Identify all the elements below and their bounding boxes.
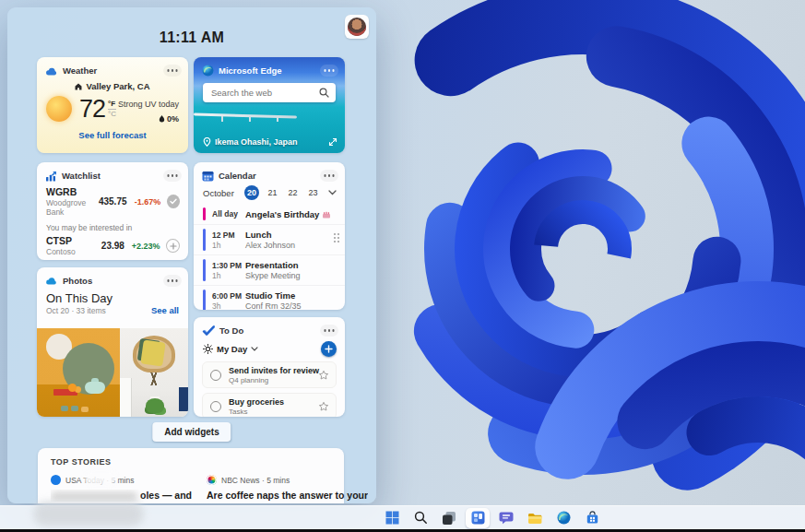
todo-list-selector[interactable]: My Day (217, 344, 247, 354)
widgets-icon (471, 511, 485, 525)
stock-added-check-icon[interactable] (167, 195, 180, 208)
todo-check-icon (202, 325, 215, 336)
unit-toggle[interactable]: °F °C (108, 100, 116, 118)
windows-start-icon (385, 511, 399, 525)
stock-symbol: CTSP (46, 235, 101, 246)
stock-add-plus-icon[interactable] (166, 239, 180, 253)
event-color-bar (203, 259, 206, 281)
add-task-button[interactable] (321, 341, 337, 357)
photo-thumbnail[interactable] (120, 328, 188, 417)
stock-change: +2.23% (124, 242, 160, 251)
photo-thumbnail[interactable] (37, 328, 120, 417)
stock-price: 23.98 (101, 241, 124, 251)
redaction-blur (51, 491, 137, 502)
bridge-photo-detail (194, 113, 297, 119)
widgets-button[interactable] (466, 508, 490, 528)
plus-icon (325, 345, 333, 353)
expand-icon[interactable] (328, 137, 337, 147)
edge-more-options-icon[interactable] (320, 65, 338, 77)
photos-widget[interactable]: Photos On This Day Oct 20 · 33 items See… (37, 267, 188, 417)
todo-widget[interactable]: To Do My Day Se (194, 317, 345, 417)
edge-browser-button[interactable] (551, 508, 575, 528)
nbc-news-icon (207, 475, 217, 485)
unit-fahrenheit[interactable]: °F (108, 100, 116, 110)
edge-search[interactable] (203, 83, 336, 102)
file-explorer-button[interactable] (523, 508, 547, 528)
todo-task[interactable]: Buy groceries Tasks (202, 393, 337, 417)
news-headline: Are coffee naps the answer to your (207, 490, 368, 501)
photos-cloud-icon (45, 276, 58, 286)
weather-widget[interactable]: Weather Valley Park, CA 72 °F °C Strong … (37, 57, 188, 153)
add-widgets-button[interactable]: Add widgets (152, 422, 231, 442)
start-button[interactable] (380, 508, 404, 528)
todo-more-options-icon[interactable] (320, 325, 338, 337)
edge-icon (557, 511, 571, 525)
redaction-blur (84, 470, 117, 486)
chevron-down-icon[interactable] (251, 347, 258, 351)
task-checkbox[interactable] (210, 370, 221, 381)
weather-more-options-icon[interactable] (163, 65, 182, 77)
calendar-widget[interactable]: Calendar October 20 21 22 23 (194, 162, 345, 310)
watchlist-suggestion-label: You may be interested in (37, 217, 188, 234)
task-checkbox[interactable] (210, 401, 221, 412)
weather-condition: Strong UV today 0% (118, 94, 179, 124)
calendar-event[interactable]: 6:00 PM 3h Studio Time Conf Rm 32/35 (194, 285, 345, 310)
watchlist-title: Watchlist (62, 171, 101, 181)
photos-collage[interactable] (37, 328, 188, 417)
widgets-panel: 11:11 AM Weather Valley Park, CA 72 (7, 7, 376, 503)
weather-title: Weather (63, 65, 97, 76)
stock-change: -1.67% (127, 197, 161, 207)
todo-task[interactable]: Send invites for review Q4 planning (202, 361, 337, 388)
calendar-icon (202, 171, 214, 182)
star-icon[interactable] (318, 370, 329, 381)
unit-celsius[interactable]: °C (108, 110, 116, 118)
calendar-date-selected[interactable]: 20 (244, 185, 259, 200)
stock-row-wgrb[interactable]: WGRB Woodgrove Bank 435.75 -1.67% (37, 183, 188, 217)
drag-handle-icon[interactable] (334, 233, 339, 235)
search-icon (319, 88, 329, 98)
calendar-event[interactable]: 1:30 PM 1h Presentation Skype Meeting (194, 254, 345, 285)
watchlist-chart-icon (45, 171, 57, 182)
edge-search-input[interactable] (203, 83, 336, 102)
search-button[interactable] (408, 508, 432, 528)
news-story[interactable]: USA Today · 5 mins oles — and (51, 475, 192, 502)
photos-more-options-icon[interactable] (163, 275, 182, 287)
stock-price: 435.75 (99, 196, 127, 207)
edge-widget[interactable]: Microsoft Edge Ikema Ohashi, Japan (194, 57, 345, 153)
calendar-date[interactable]: 23 (306, 188, 320, 197)
redaction-blur (33, 502, 144, 526)
user-avatar[interactable] (345, 15, 369, 39)
search-icon (414, 511, 428, 525)
usa-today-icon (51, 475, 61, 485)
watchlist-more-options-icon[interactable] (163, 170, 182, 182)
calendar-more-options-icon[interactable] (320, 170, 338, 182)
calendar-event[interactable]: All day Angela's Birthday (194, 204, 345, 224)
file-explorer-icon (527, 512, 542, 525)
calendar-event[interactable]: 12 PM 1h Lunch Alex Johnson (194, 224, 345, 254)
chat-button[interactable] (494, 508, 518, 528)
calendar-date[interactable]: 22 (286, 188, 300, 197)
sun-icon (46, 96, 72, 122)
chevron-down-icon[interactable] (328, 190, 337, 195)
event-color-bar (203, 229, 206, 251)
news-story[interactable]: NBC News · 5 mins Are coffee naps the an… (207, 475, 368, 502)
photos-title: Photos (63, 276, 92, 286)
watchlist-widget[interactable]: Watchlist WGRB Woodgrove Bank 435.75 -1.… (37, 162, 188, 260)
store-icon (586, 511, 599, 525)
calendar-date[interactable]: 21 (266, 188, 279, 197)
top-stories-heading: TOP STORIES (51, 457, 331, 467)
stock-row-ctsp[interactable]: CTSP Contoso 23.98 +2.23% (37, 234, 188, 256)
see-all-link[interactable]: See all (151, 305, 179, 315)
edge-title: Microsoft Edge (219, 65, 282, 76)
photos-heading: On This Day (37, 288, 188, 305)
task-view-icon (442, 511, 456, 526)
stock-name: Woodgrove Bank (46, 198, 99, 217)
wallpaper-bloom (361, 0, 805, 532)
home-icon (75, 83, 82, 90)
edge-photo-caption: Ikema Ohashi, Japan (215, 137, 298, 147)
star-icon[interactable] (318, 401, 329, 412)
microsoft-store-button[interactable] (580, 508, 604, 528)
map-pin-icon (203, 137, 211, 147)
see-full-forecast-link[interactable]: See full forecast (37, 130, 188, 140)
task-view-button[interactable] (437, 508, 461, 528)
